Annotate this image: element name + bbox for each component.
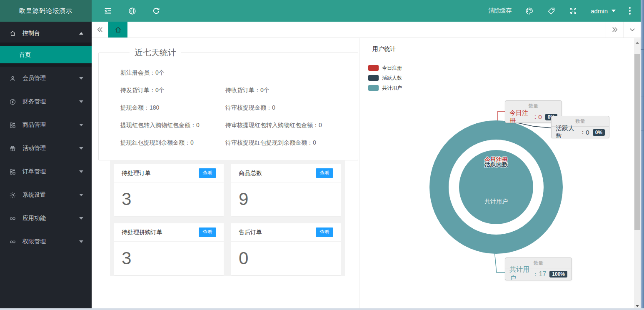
colon: ： (532, 270, 539, 279)
sidebar-item-console[interactable]: 控制台 (0, 24, 92, 42)
sidebar-item-orders[interactable]: 订单管理 (0, 160, 92, 183)
chart-label-box-total: 数量 共计用户：17 100% (505, 258, 572, 280)
tag-icon[interactable] (547, 7, 556, 15)
legend-label: 活跃人数 (382, 75, 402, 82)
admin-username: admin (591, 8, 608, 15)
stat-value: 待发货订单：0个 (120, 87, 225, 94)
colon: ： (532, 113, 538, 121)
chevron-up-icon (79, 32, 83, 35)
card-title: 待处理拼购订单 (122, 229, 162, 236)
percent-badge: 0% (593, 129, 605, 136)
tab-home-active[interactable] (108, 22, 127, 38)
summary-cards: 待处理订单 查看 3 商品总数 查看 9 待处理拼购订单 查看 3 售后订单 查… (110, 160, 345, 276)
legend-swatch (368, 85, 379, 91)
home-icon (114, 26, 122, 34)
home-icon (9, 30, 16, 37)
card-value: 3 (114, 182, 224, 216)
legend-item-today[interactable]: 今日注册 (368, 63, 634, 73)
sidebar-item-label: 会员管理 (22, 75, 46, 82)
sidebar-item-goods[interactable]: 商品管理 (0, 113, 92, 137)
donut-chart[interactable]: 今日注册 活跃人数 共计用户 (429, 120, 563, 254)
stat-value: 提现红包提现到余额金额：0 (120, 139, 225, 147)
sidebar-item-label: 订单管理 (22, 168, 46, 175)
main-content: 近七天统计 新注册会员：0个 待发货订单：0个 待收货订单：0个 提现金额：18… (92, 38, 634, 310)
fullscreen-icon[interactable] (569, 7, 577, 15)
more-options-icon[interactable] (629, 7, 631, 15)
view-button[interactable]: 查看 (316, 168, 333, 178)
content-scrollbar[interactable] (634, 38, 641, 310)
stat-value: 提现金额：180 (120, 104, 225, 112)
globe-icon[interactable] (128, 7, 137, 15)
sidebar-item-permissions[interactable]: 权限管理 (0, 230, 92, 253)
sidebar-item-finance[interactable]: 财务管理 (0, 90, 92, 113)
tabs-scroll-right-icon[interactable] (606, 22, 623, 38)
card-pending-group-orders: 待处理拼购订单 查看 3 (114, 223, 224, 275)
sidebar-item-apps[interactable]: 应用功能 (0, 207, 92, 230)
series-name: 共计用户 (509, 265, 532, 280)
navbar-right: 清除缓存 admin (488, 7, 631, 15)
chevron-down-icon (79, 77, 83, 80)
chart-legend: 今日注册 活跃人数 共计用户 (368, 63, 634, 93)
series-value: 0 (538, 113, 542, 120)
tab-bar (92, 22, 641, 38)
percent-badge: 100% (549, 271, 567, 278)
sidebar-item-label: 系统设置 (22, 191, 46, 199)
scrollbar-thumb[interactable] (634, 54, 640, 230)
seven-day-stats-panel: 近七天统计 新注册会员：0个 待发货订单：0个 待收货订单：0个 提现金额：18… (98, 47, 358, 160)
view-button[interactable]: 查看 (199, 228, 216, 237)
card-aftersale-orders: 售后订单 查看 0 (231, 223, 341, 275)
chevron-down-icon (79, 217, 83, 220)
sidebar-item-label: 首页 (19, 51, 31, 58)
user-icon (9, 75, 16, 82)
card-pending-orders: 待处理订单 查看 3 (114, 164, 224, 216)
clear-cache-button[interactable]: 清除缓存 (488, 7, 512, 15)
chart-label-box-active: 数量 活跃人数：0 0% (551, 116, 609, 138)
menu-collapse-icon[interactable] (103, 6, 112, 15)
sidebar-item-home-active[interactable]: 首页 (0, 46, 92, 63)
app-logo: 欧皇源码论坛演示 (0, 0, 92, 22)
stat-row: 提现金额：180 待审核提现金额：0 (120, 104, 349, 112)
legend-label: 今日注册 (382, 65, 402, 72)
sidebar-item-members[interactable]: 会员管理 (0, 67, 92, 90)
sidebar-item-settings[interactable]: 系统设置 (0, 183, 92, 207)
sidebar-item-label: 活动管理 (22, 145, 46, 152)
sidebar-item-label: 商品管理 (22, 121, 46, 129)
gift-icon (9, 145, 16, 152)
components-icon (9, 122, 16, 129)
inner-label-total: 共计用户 (429, 198, 563, 205)
yen-circle-icon (9, 98, 16, 105)
colon: ： (579, 128, 586, 136)
console-submenu: 首页 (0, 42, 92, 67)
components-icon (9, 168, 16, 175)
stat-row: 新注册会员：0个 (120, 69, 349, 77)
chevron-down-icon (612, 10, 616, 12)
gear-icon (9, 192, 16, 199)
sidebar-item-label: 权限管理 (22, 238, 46, 245)
legend-swatch (368, 65, 379, 71)
legend-item-active[interactable]: 活跃人数 (368, 73, 634, 83)
stat-value: 待审核提现红包转入购物红包金额：0 (225, 122, 349, 129)
view-button[interactable]: 查看 (199, 168, 216, 178)
admin-dropdown[interactable]: admin (591, 8, 616, 15)
navbar-left-icons (103, 6, 160, 15)
refresh-icon[interactable] (152, 7, 160, 15)
card-value: 9 (231, 182, 341, 216)
sidebar-item-activity[interactable]: 活动管理 (0, 137, 92, 160)
scroll-up-icon[interactable] (634, 39, 641, 46)
sidebar-item-label: 财务管理 (22, 98, 46, 105)
stat-value: 待审核提现金额：0 (225, 104, 349, 112)
app-title: 欧皇源码论坛演示 (19, 7, 72, 15)
window-scrollbar-edge[interactable] (641, 0, 644, 310)
tabs-menu-dropdown-icon[interactable] (623, 22, 641, 38)
theme-palette-icon[interactable] (525, 7, 534, 15)
stat-value: 新注册会员：0个 (120, 69, 225, 77)
view-button[interactable]: 查看 (316, 228, 333, 237)
chevron-down-icon (79, 194, 83, 196)
panel-title: 近七天统计 (130, 47, 181, 58)
stat-value: 待审核提现红包提现到余额金额：0 (225, 139, 349, 147)
tabs-scroll-left-icon[interactable] (92, 22, 108, 38)
card-title: 售后订单 (239, 229, 262, 236)
link-icon (9, 215, 16, 222)
card-title: 待处理订单 (122, 170, 151, 177)
legend-item-total[interactable]: 共计用户 (368, 83, 634, 93)
